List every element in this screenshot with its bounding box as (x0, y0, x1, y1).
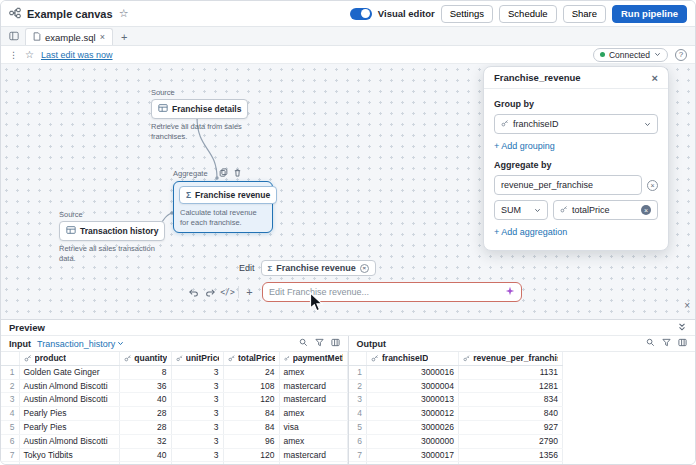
input-source-label: Transaction_history (37, 339, 115, 349)
table-row[interactable]: 730000171356 (349, 448, 563, 462)
add-tab-button[interactable]: + (117, 31, 131, 45)
table-cell: Pearly Pies (19, 407, 119, 421)
aggregation-name-input[interactable] (501, 180, 635, 190)
tab-close-icon[interactable]: × (100, 32, 105, 42)
sparkle-icon[interactable] (505, 286, 515, 298)
kebab-menu-icon[interactable]: ⋮ (9, 50, 18, 60)
schedule-button[interactable]: Schedule (499, 5, 557, 23)
node-franchise-details[interactable]: Source Franchise details Retrieve all da… (151, 88, 251, 142)
delete-icon[interactable] (233, 168, 242, 179)
close-icon[interactable]: × (652, 72, 658, 84)
table-cell: 3 (171, 434, 223, 448)
node-card-franchise-details[interactable]: Franchise details (151, 99, 248, 119)
redo-icon[interactable] (204, 285, 217, 299)
tab-label: example.sql (45, 32, 96, 43)
add-aggregation-link[interactable]: + Add aggregation (494, 227, 567, 237)
column-header[interactable]: revenue_per_franchise (459, 352, 563, 365)
duplicate-icon[interactable] (219, 168, 228, 179)
node-card-transaction-history[interactable]: Transaction history (59, 221, 165, 241)
last-edit-link[interactable]: Last edit was now (41, 50, 113, 60)
selected-node-outline[interactable]: Σ Franchise revenue Calculate total reve… (173, 181, 273, 233)
table-cell: 40 (119, 448, 171, 462)
column-header[interactable]: unitPrice (171, 352, 223, 365)
table-row[interactable]: 130000161131 (349, 365, 563, 379)
table-cell: 3 (171, 379, 223, 393)
search-icon[interactable] (299, 338, 308, 349)
table-row[interactable]: 4Pearly Pies28384amex (1, 407, 347, 421)
collapse-panel-icon[interactable] (677, 322, 687, 334)
table-cell: 840 (459, 407, 563, 421)
table-row[interactable]: 5Pearly Pies28384visa (1, 420, 347, 434)
run-pipeline-button[interactable]: Run pipeline (612, 5, 687, 23)
remove-chip-icon[interactable]: × (360, 264, 369, 273)
favorite-star-icon[interactable]: ☆ (119, 8, 129, 19)
chevron-down-icon (117, 340, 124, 347)
tab-example-sql[interactable]: example.sql × (25, 28, 113, 45)
table-cell: Austin Almond Biscotti (19, 379, 119, 393)
table-row[interactable]: 2Austin Almond Biscotti363108mastercard (1, 379, 347, 393)
table-cell: visa (279, 420, 347, 434)
columns-icon[interactable] (331, 338, 340, 349)
table-row[interactable]: 630000002790 (349, 434, 563, 448)
aggregation-function-select[interactable]: SUM (494, 200, 548, 220)
table-row[interactable]: 33000013834 (349, 393, 563, 407)
clear-column-icon[interactable]: × (641, 205, 651, 215)
aggregation-function-row: SUM totalPrice × (494, 200, 658, 220)
add-step-icon[interactable]: + (243, 285, 256, 299)
output-table-wrap[interactable]: franchiseIDrevenue_per_franchise13000016… (349, 352, 696, 465)
undo-icon[interactable] (187, 285, 200, 299)
share-button[interactable]: Share (563, 5, 606, 23)
node-franchise-revenue[interactable]: Aggregate Σ Franchise revenue Calculate … (173, 168, 277, 233)
close-editbar-icon[interactable]: × (684, 300, 690, 311)
aggregation-column-select[interactable]: totalPrice × (553, 200, 658, 220)
tab-bar: example.sql × + (1, 27, 695, 46)
table-row[interactable]: 3Austin Almond Biscotti403120mastercard (1, 393, 347, 407)
ai-edit-input[interactable] (269, 287, 505, 297)
input-table-wrap[interactable]: productquantityunitPricetotalPricepaymen… (1, 352, 348, 465)
group-by-select[interactable]: franchiseID (494, 114, 658, 134)
ai-edit-field[interactable] (262, 282, 522, 302)
table-row[interactable]: 43000012840 (349, 407, 563, 421)
column-header[interactable]: product (19, 352, 119, 365)
columns-icon[interactable] (678, 338, 687, 349)
column-header[interactable]: franchiseID (367, 352, 459, 365)
star-icon[interactable]: ☆ (25, 50, 34, 60)
table-cell: amex (279, 434, 347, 448)
code-view-icon[interactable]: </> (221, 285, 234, 299)
input-source-dropdown[interactable]: Transaction_history (37, 339, 124, 349)
table-row[interactable]: 7Tokyo Tidbits403120mastercard (1, 448, 347, 462)
table-cell: 120 (223, 393, 279, 407)
row-number: 1 (349, 365, 367, 379)
visual-editor-label: Visual editor (378, 8, 435, 19)
table-row[interactable]: 230000041281 (349, 379, 563, 393)
add-grouping-link[interactable]: + Add grouping (494, 141, 555, 151)
sidebar-panel-icon[interactable] (7, 27, 21, 45)
table-cell: 3000004 (367, 379, 459, 393)
connection-status-dropdown[interactable]: Connected (593, 48, 668, 62)
edit-target-row: Edit Σ Franchise revenue × (239, 260, 376, 276)
table-row[interactable]: 53000026927 (349, 420, 563, 434)
row-number: 1 (1, 365, 19, 379)
table-row[interactable]: 1Golden Gate Ginger8324amex (1, 365, 347, 379)
aggregation-name-field[interactable] (494, 175, 642, 195)
filter-icon[interactable] (315, 338, 324, 349)
column-header[interactable]: quantity (119, 352, 171, 365)
row-number: 5 (1, 420, 19, 434)
column-header[interactable]: paymentMethod (279, 352, 347, 365)
output-table: franchiseIDrevenue_per_franchise13000016… (349, 352, 564, 465)
remove-aggregation-icon[interactable]: × (647, 180, 658, 191)
node-card-franchise-revenue[interactable]: Σ Franchise revenue (179, 186, 277, 204)
table-cell: Austin Almond Biscotti (19, 434, 119, 448)
settings-button[interactable]: Settings (441, 5, 493, 23)
node-transaction-history[interactable]: Source Transaction history Retrieve all … (59, 210, 157, 264)
edit-target-chip[interactable]: Σ Franchise revenue × (261, 260, 376, 276)
node-kind-label: Source (151, 88, 251, 97)
visual-editor-toggle[interactable] (350, 8, 372, 20)
table-cell: 84 (223, 407, 279, 421)
table-row[interactable]: 6Austin Almond Biscotti32396amex (1, 434, 347, 448)
column-header[interactable]: totalPrice (223, 352, 279, 365)
pipeline-canvas[interactable]: Source Franchise details Retrieve all da… (1, 64, 695, 319)
filter-icon[interactable] (662, 338, 671, 349)
search-icon[interactable] (646, 338, 655, 349)
help-icon[interactable]: ? (675, 49, 687, 61)
